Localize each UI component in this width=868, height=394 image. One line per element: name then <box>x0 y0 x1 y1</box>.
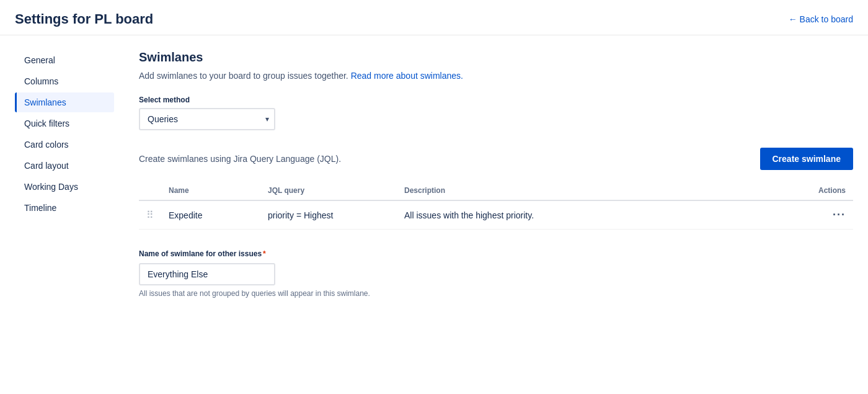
actions-menu-button[interactable]: ··· <box>811 208 846 222</box>
col-name-header: Name <box>161 181 260 200</box>
col-actions-header: Actions <box>804 181 853 200</box>
sidebar-item-card-layout[interactable]: Card layout <box>15 156 114 176</box>
swimlane-actions-cell: ··· <box>804 200 853 230</box>
select-method-dropdown[interactable]: None Stories Assignees Epics Projects Qu… <box>139 108 275 130</box>
swimlane-description-cell: All issues with the highest priority. <box>397 200 804 230</box>
sidebar-item-columns[interactable]: Columns <box>15 71 114 91</box>
other-issues-hint: All issues that are not grouped by queri… <box>139 289 853 298</box>
required-star: * <box>263 249 266 258</box>
other-issues-section: Name of swimlane for other issues* All i… <box>139 249 853 298</box>
create-swimlane-button[interactable]: Create swimlane <box>760 148 854 170</box>
select-method-label: Select method <box>139 96 853 104</box>
swimlanes-table: Name JQL query Description Actions ⠿ Exp… <box>139 181 853 230</box>
page-title: Settings for PL board <box>15 11 153 27</box>
swimlane-jql-cell: priority = Highest <box>260 200 397 230</box>
sidebar-item-working-days[interactable]: Working Days <box>15 177 114 197</box>
drag-handle-icon[interactable]: ⠿ <box>146 210 154 220</box>
page-header: Settings for PL board ← Back to board <box>0 0 868 35</box>
main-content: Swimlanes Add swimlanes to your board to… <box>114 50 853 298</box>
drag-handle-cell: ⠿ <box>139 200 161 230</box>
swimlane-name-cell: Expedite <box>161 200 260 230</box>
back-to-board-link[interactable]: ← Back to board <box>789 14 853 24</box>
select-method-wrapper: None Stories Assignees Epics Projects Qu… <box>139 108 275 130</box>
sidebar-item-quick-filters[interactable]: Quick filters <box>15 114 114 133</box>
page-content: General Columns Swimlanes Quick filters … <box>0 35 868 313</box>
table-header-row: Name JQL query Description Actions <box>139 181 853 200</box>
other-issues-input[interactable] <box>139 263 275 285</box>
other-issues-label: Name of swimlane for other issues* <box>139 249 853 258</box>
swimlanes-title: Swimlanes <box>139 50 853 65</box>
sidebar-item-general[interactable]: General <box>15 50 114 70</box>
sidebar-item-swimlanes[interactable]: Swimlanes <box>15 92 114 112</box>
swimlanes-description: Add swimlanes to your board to group iss… <box>139 71 853 81</box>
jql-description: Create swimlanes using Jira Query Langua… <box>139 154 341 164</box>
col-jql-header: JQL query <box>260 181 397 200</box>
sidebar: General Columns Swimlanes Quick filters … <box>15 50 114 298</box>
table-row: ⠿ Expedite priority = Highest All issues… <box>139 200 853 230</box>
jql-desc-row: Create swimlanes using Jira Query Langua… <box>139 148 853 170</box>
col-description-header: Description <box>397 181 804 200</box>
sidebar-item-card-colors[interactable]: Card colors <box>15 135 114 154</box>
read-more-link[interactable]: Read more about swimlanes. <box>351 71 463 81</box>
sidebar-item-timeline[interactable]: Timeline <box>15 198 114 218</box>
col-drag-header <box>139 181 161 200</box>
